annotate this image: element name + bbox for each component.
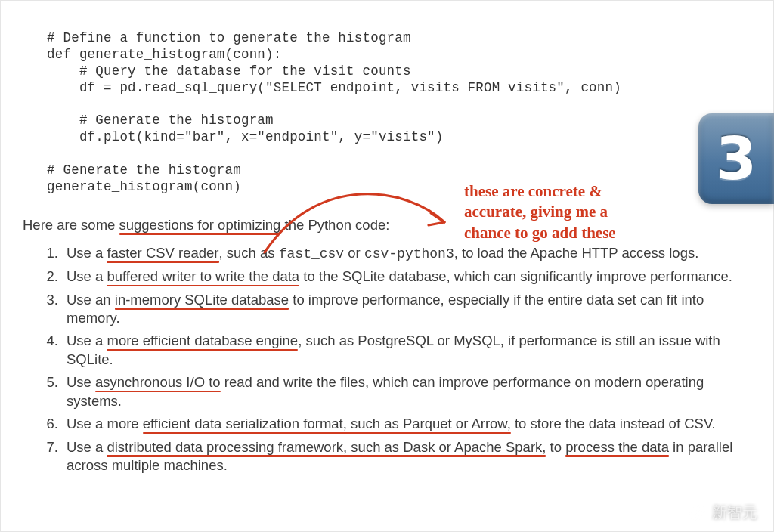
txt: Use a [67,332,107,348]
suggestions-list: Use a faster CSV reader, such as fast_cs… [23,244,756,475]
slide: # Define a function to generate the hist… [0,0,774,532]
underlined-phrase: more efficient database engine [107,332,298,348]
annotation-line: accurate, giving me a [464,202,691,222]
slide-number-badge: 3 [698,113,774,204]
txt: Use an [67,292,115,308]
watermark-text: 新智元 [712,503,757,523]
txt: or [344,245,364,261]
underlined-phrase: distributed data processing framework, s… [107,439,546,455]
list-item: Use asynchronous I/O to read and write t… [62,373,756,410]
list-item: Use an in-memory SQLite database to impr… [62,291,756,328]
txt: , such as [219,245,279,261]
handwritten-annotation: these are concrete & accurate, giving me… [464,181,691,243]
intro-pre: Here are some [23,217,119,233]
underlined-phrase: buffered writer to write the data [107,268,299,284]
list-item: Use a more efficient database engine, su… [62,332,756,369]
underlined-phrase: efficient data serialization format, suc… [143,416,511,431]
underlined-phrase: process the data [565,439,669,455]
intro-underlined: suggestions for optimizing [119,217,281,233]
txt: Use a [67,268,107,284]
txt: to the SQLite database, which can signif… [299,268,732,284]
annotation-line: chance to go add these [464,223,691,243]
code-line: df = pd.read_sql_query("SELECT endpoint,… [23,80,621,95]
txt: Use a [67,245,107,261]
txt: to store the data instead of CSV. [511,416,716,431]
underlined-phrase: asynchronous I/O to [95,374,221,390]
txt: Use a more [67,416,143,431]
underlined-phrase: faster CSV reader [107,245,218,261]
list-item: Use a distributed data processing framew… [62,438,756,475]
slide-number: 3 [716,125,757,193]
code-line: def generate_histogram(conn): [23,47,281,62]
list-item: Use a more efficient data serialization … [62,415,756,433]
code-inline: fast_csv [279,246,344,261]
code-line: # Define a function to generate the hist… [23,30,411,45]
code-line: generate_histogram(conn) [23,179,241,194]
txt: Use a [67,439,107,455]
txt: , to load the Apache HTTP access logs. [454,245,699,261]
txt: Use [67,374,95,390]
list-item: Use a buffered writer to write the data … [62,268,756,286]
list-item: Use a faster CSV reader, such as fast_cs… [62,244,756,264]
txt: to [546,439,565,455]
intro-post: the Python code: [280,217,389,233]
code-line: # Generate the histogram [23,162,241,178]
watermark: 新智元 [688,503,757,523]
code-inline: csv-python3 [364,246,454,261]
annotation-line: these are concrete & [464,181,691,202]
watermark-icon [688,503,707,523]
underlined-phrase: in-memory SQLite database [115,292,289,308]
code-line: # Query the database for the visit count… [23,63,411,79]
code-line: # Generate the histogram [23,113,274,128]
code-line: df.plot(kind="bar", x="endpoint", y="vis… [23,129,444,144]
